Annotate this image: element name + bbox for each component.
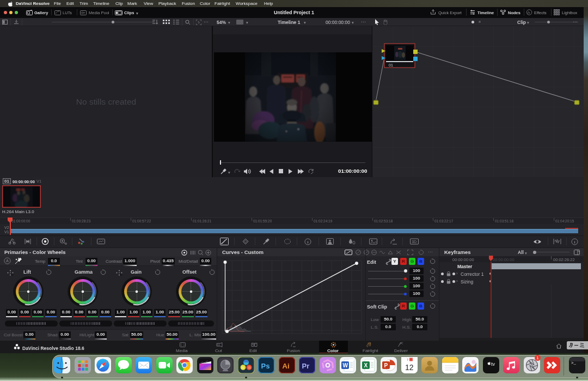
- svg-text:fx: fx: [528, 10, 530, 14]
- svg-text:tv: tv: [491, 361, 495, 367]
- svg-text:3D: 3D: [412, 240, 416, 244]
- svg-text:01: 01: [389, 63, 393, 67]
- svg-text:Pr: Pr: [302, 362, 310, 370]
- svg-text:Ai: Ai: [282, 362, 289, 370]
- svg-text:Ps: Ps: [261, 362, 270, 370]
- svg-text:X: X: [364, 362, 367, 368]
- svg-text:12: 12: [405, 363, 414, 372]
- svg-text:W: W: [343, 362, 348, 368]
- svg-text:P: P: [384, 362, 388, 368]
- svg-text:>_: >_: [571, 361, 577, 365]
